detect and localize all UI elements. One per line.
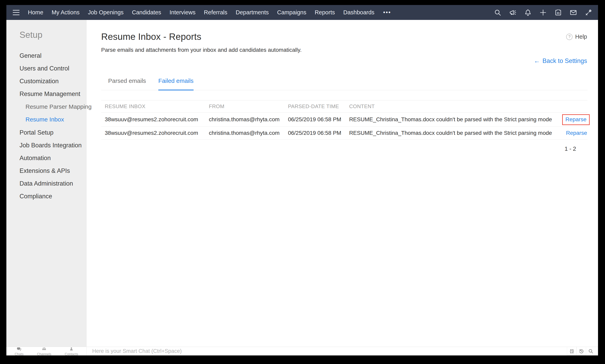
nav-link-home[interactable]: Home	[28, 9, 43, 16]
top-navbar: HomeMy ActionsJob OpeningsCandidatesInte…	[6, 5, 598, 20]
plus-icon[interactable]	[539, 9, 547, 16]
reparse-link[interactable]: Reparse	[566, 130, 587, 136]
nav-link-reports[interactable]: Reports	[315, 9, 335, 16]
chat-shortcut-chats[interactable]: Chats	[15, 347, 24, 355]
chat-bar-icons	[567, 347, 598, 355]
nav-icons: 31	[494, 9, 592, 16]
cell-parsed-date-time: 06/25/2019 06:58 PM	[284, 113, 346, 127]
chat-shortcut-channels[interactable]: Channels	[37, 347, 51, 355]
tab-failed-emails[interactable]: Failed emails	[158, 78, 193, 91]
sidebar-item-automation[interactable]: Automation	[20, 155, 85, 161]
sidebar-item-resume-inbox[interactable]: Resume Inbox	[26, 116, 85, 122]
sidebar-subitems-resume-management: Resume Parser MappingResume Inbox	[20, 104, 85, 122]
column-header-action	[559, 100, 588, 113]
sidebar-item-data-administration[interactable]: Data Administration	[20, 181, 85, 187]
sidebar-items: GeneralUsers and ControlCustomizationRes…	[20, 52, 85, 199]
bell-icon[interactable]	[524, 9, 532, 16]
column-header-content: CONTENT	[346, 100, 559, 113]
help-question-icon: ?	[566, 34, 573, 40]
cell-resume-inbox: 38wsuuv@resumes2.zohorecruit.com	[101, 127, 205, 140]
chat-bar-history-icon[interactable]	[577, 347, 586, 355]
mail-icon[interactable]	[569, 9, 577, 16]
sidebar-item-compliance[interactable]: Compliance	[20, 193, 85, 199]
table-row: 38wsuuv@resumes2.zohorecruit.comchristin…	[101, 113, 588, 127]
app-window: { "colors": { "nav-bg": "#333b4d", "blue…	[0, 0, 605, 364]
setup-sidebar: Setup GeneralUsers and ControlCustomizat…	[6, 20, 87, 347]
sidebar-item-portal-setup[interactable]: Portal Setup	[20, 130, 85, 136]
chats-icon	[16, 347, 22, 352]
sidebar-item-extensions-apis[interactable]: Extensions & APIs	[20, 168, 85, 174]
megaphone-icon[interactable]	[509, 9, 517, 16]
nav-link-dashboards[interactable]: Dashboards	[343, 9, 374, 16]
help-label: Help	[575, 33, 587, 40]
column-header-parsed-date-time: PARSED-DATE TIME	[284, 100, 346, 113]
search-icon[interactable]	[494, 9, 502, 16]
nav-link-departments[interactable]: Departments	[236, 9, 269, 16]
help-button[interactable]: ? Help	[566, 33, 587, 40]
sidebar-item-users-and-control[interactable]: Users and Control	[20, 65, 85, 71]
tab-parsed-emails[interactable]: Parsed emails	[108, 78, 146, 90]
page-title: Resume Inbox - Reports	[101, 31, 588, 42]
sidebar-item-general[interactable]: General	[20, 52, 85, 59]
tools-icon[interactable]	[584, 9, 592, 16]
smart-chat-input[interactable]	[87, 347, 567, 355]
table-header-row: RESUME INBOXFROMPARSED-DATE TIMECONTENT	[101, 100, 588, 113]
app-screen: HomeMy ActionsJob OpeningsCandidatesInte…	[6, 5, 598, 355]
cell-from: christina.thomas@rhyta.com	[205, 127, 284, 140]
sidebar-item-resume-parser-mapping[interactable]: Resume Parser Mapping	[26, 104, 85, 110]
nav-link-job-openings[interactable]: Job Openings	[88, 9, 124, 16]
nav-link-my-actions[interactable]: My Actions	[51, 9, 79, 16]
column-header-resume-inbox: RESUME INBOX	[101, 100, 205, 113]
nav-link-campaigns[interactable]: Campaigns	[277, 9, 306, 16]
back-to-settings-link[interactable]: ← Back to Settings	[534, 57, 587, 65]
cell-resume-inbox: 38wsuuv@resumes2.zohorecruit.com	[101, 113, 205, 127]
nav-links: HomeMy ActionsJob OpeningsCandidatesInte…	[28, 9, 374, 16]
column-header-from: FROM	[205, 100, 284, 113]
sidebar-item-job-boards-integration[interactable]: Job Boards Integration	[20, 142, 85, 148]
cell-action: Reparse	[559, 127, 588, 140]
hamburger-icon[interactable]	[13, 10, 20, 15]
svg-text:31: 31	[557, 11, 560, 14]
channels-icon	[42, 347, 47, 352]
back-link-label: Back to Settings	[542, 57, 587, 65]
nav-link-referrals[interactable]: Referrals	[204, 9, 227, 16]
sidebar-item-resume-management[interactable]: Resume Management	[20, 91, 85, 97]
cell-content: RESUME_Christina_Thomas.docx couldn't be…	[346, 127, 559, 140]
cell-content: RESUME_Christina_Thomas.docx couldn't be…	[346, 113, 559, 127]
bottom-chat-bar: ChatsChannelsContacts	[6, 347, 598, 355]
chat-shortcuts: ChatsChannelsContacts	[6, 347, 87, 355]
nav-link-candidates[interactable]: Candidates	[132, 9, 161, 16]
cell-action: Reparse	[559, 113, 588, 127]
chat-shortcut-contacts[interactable]: Contacts	[65, 347, 78, 355]
calendar-icon[interactable]: 31	[554, 9, 562, 16]
failed-emails-table: RESUME INBOXFROMPARSED-DATE TIMECONTENT …	[101, 100, 588, 140]
pagination: 1 - 2	[101, 145, 588, 152]
cell-from: christina.thomas@rhyta.com	[205, 113, 284, 127]
table-row: 38wsuuv@resumes2.zohorecruit.comchristin…	[101, 127, 588, 140]
page-subtitle: Parse emails and attachments from your i…	[101, 47, 588, 53]
chat-shortcut-label: Channels	[37, 352, 51, 355]
cell-parsed-date-time: 06/25/2019 06:58 PM	[284, 127, 346, 140]
highlight-box: Reparse	[562, 114, 590, 125]
chat-shortcut-label: Chats	[15, 352, 24, 355]
chat-bar-search-icon[interactable]	[586, 347, 595, 355]
reparse-link[interactable]: Reparse	[565, 116, 586, 122]
main-content: Resume Inbox - Reports Parse emails and …	[87, 20, 598, 347]
chat-shortcut-label: Contacts	[65, 352, 78, 355]
contacts-icon	[69, 347, 74, 352]
back-arrow-icon: ←	[534, 57, 540, 65]
tabs: Parsed emailsFailed emails	[101, 78, 588, 90]
nav-link-interviews[interactable]: Interviews	[169, 9, 195, 16]
chat-bar-alarm-icon[interactable]	[567, 347, 577, 355]
sidebar-item-customization[interactable]: Customization	[20, 78, 85, 84]
sidebar-title: Setup	[20, 30, 85, 40]
nav-more-button[interactable]: •••	[383, 9, 391, 16]
